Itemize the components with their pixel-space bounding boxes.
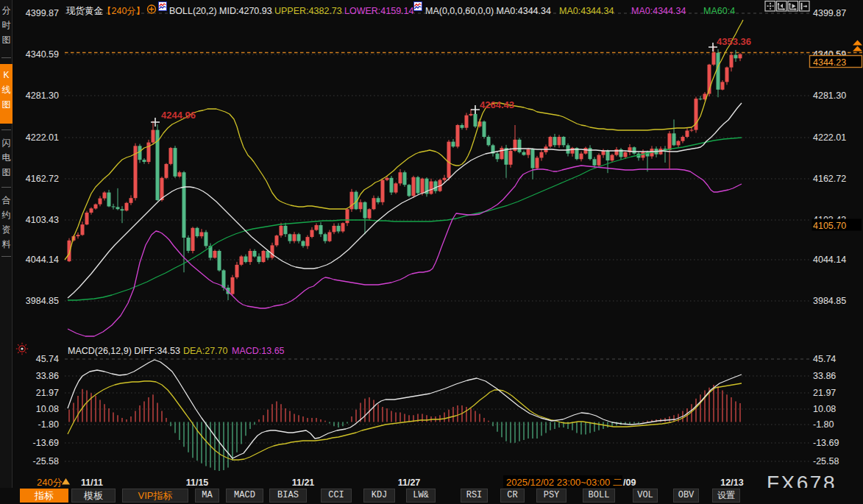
svg-text:4353.36: 4353.36: [717, 36, 751, 47]
svg-text:MA0:4344.34: MA0:4344.34: [559, 6, 614, 16]
svg-text:-1.80: -1.80: [38, 419, 60, 430]
svg-text:-25.58: -25.58: [813, 456, 839, 466]
svg-text:4222.01: 4222.01: [26, 132, 59, 143]
svg-text:4044.14: 4044.14: [813, 255, 846, 265]
svg-text:11/21: 11/21: [292, 478, 315, 488]
svg-text:33.86: 33.86: [813, 371, 836, 381]
svg-text:BOLL(20,2) MID:4270.93: BOLL(20,2) MID:4270.93: [169, 6, 272, 16]
svg-text:2025/12/02 23:00~03:00 二: 2025/12/02 23:00~03:00 二: [506, 477, 622, 488]
svg-text:3984.85: 3984.85: [26, 296, 59, 306]
svg-text:4222.01: 4222.01: [813, 132, 846, 143]
svg-text:11/27: 11/27: [398, 478, 421, 488]
svg-text:11/11: 11/11: [81, 478, 103, 488]
svg-text:10.08: 10.08: [36, 404, 59, 414]
svg-text:4281.30: 4281.30: [26, 90, 59, 101]
svg-text:4399.87: 4399.87: [26, 8, 59, 18]
svg-text:MACD:13.65: MACD:13.65: [232, 346, 285, 356]
svg-text:4162.72: 4162.72: [26, 174, 59, 184]
svg-text:4399.87: 4399.87: [813, 8, 846, 18]
svg-text:4264.43: 4264.43: [480, 99, 514, 110]
svg-text:4340.59: 4340.59: [26, 49, 59, 60]
svg-text:MA(0,0,0,60,0,0) MA0:4344.34: MA(0,0,0,60,0,0) MA0:4344.34: [425, 6, 551, 16]
svg-text:33.86: 33.86: [36, 371, 59, 381]
svg-text:4044.14: 4044.14: [26, 255, 59, 265]
svg-text:-1.80: -1.80: [813, 419, 834, 430]
svg-text:LOWER:4159.14: LOWER:4159.14: [344, 6, 414, 16]
svg-text:11/15: 11/15: [186, 478, 209, 488]
svg-text:10.08: 10.08: [813, 404, 836, 414]
svg-text:12/13: 12/13: [720, 478, 743, 488]
svg-text:MA60:4: MA60:4: [703, 6, 735, 16]
svg-text:【240分】: 【240分】: [102, 6, 145, 16]
svg-text:现货黄金: 现货黄金: [66, 6, 104, 16]
svg-text:21.97: 21.97: [813, 388, 836, 398]
svg-text:45.74: 45.74: [36, 354, 59, 364]
svg-text:4103.43: 4103.43: [26, 215, 59, 225]
svg-text:DEA:27.70: DEA:27.70: [183, 346, 228, 356]
svg-text:UPPER:4382.73: UPPER:4382.73: [274, 6, 342, 16]
svg-text:4281.30: 4281.30: [813, 90, 846, 101]
svg-text:45.74: 45.74: [813, 354, 836, 364]
svg-text:-13.69: -13.69: [33, 438, 59, 448]
svg-text:/09: /09: [623, 478, 636, 488]
svg-text:-25.58: -25.58: [33, 456, 59, 466]
svg-text:3984.85: 3984.85: [813, 296, 846, 306]
svg-text:240分: 240分: [37, 477, 63, 488]
svg-text:4162.72: 4162.72: [813, 174, 846, 184]
svg-text:4244.96: 4244.96: [161, 110, 196, 121]
svg-text:MACD(26,12,9) DIFF:34.53: MACD(26,12,9) DIFF:34.53: [68, 346, 180, 356]
svg-text:4344.23: 4344.23: [813, 57, 846, 68]
svg-text:21.97: 21.97: [36, 388, 59, 398]
svg-text:4105.70: 4105.70: [813, 221, 846, 231]
svg-text:MA0:4344.34: MA0:4344.34: [631, 6, 686, 16]
svg-text:-13.69: -13.69: [813, 438, 839, 448]
